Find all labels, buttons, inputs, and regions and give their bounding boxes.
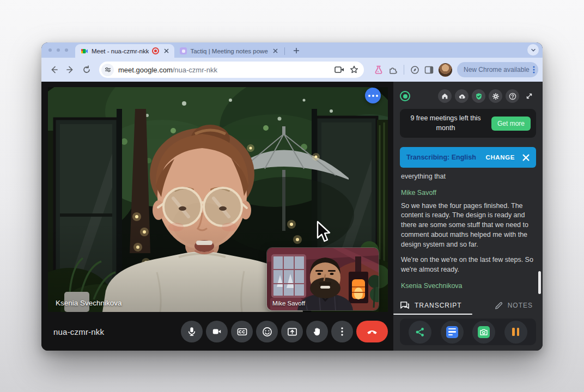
- tab-separator: [284, 47, 285, 55]
- sidebar-tab-bar: TRANSCRIPT NOTES: [400, 296, 536, 315]
- main-video-tile[interactable]: Ksenia Svechnikova: [48, 87, 388, 312]
- tab-search-chevron-icon[interactable]: [527, 44, 539, 56]
- tab-notes-label: NOTES: [508, 302, 533, 309]
- open-doc-button[interactable]: [441, 321, 464, 344]
- chrome-update-button[interactable]: New Chrome available: [457, 62, 538, 77]
- participant-name-label: Mike Savoff: [272, 300, 305, 307]
- tab-title: Tactiq | Meeting notes powe: [190, 48, 268, 54]
- close-tab-icon[interactable]: [271, 47, 279, 55]
- screenshot-button[interactable]: [472, 321, 495, 344]
- transcript-list[interactable]: everything that Mike Savoff So we have t…: [400, 168, 536, 296]
- pause-icon: [512, 328, 519, 336]
- tactiq-favicon: [180, 47, 187, 54]
- journeys-icon[interactable]: [410, 65, 419, 75]
- browser-toolbar: meet.google.com/nua-czmr-nkk New Chrome …: [41, 58, 543, 82]
- end-call-button[interactable]: [356, 321, 388, 342]
- tab-tactiq[interactable]: Tactiq | Meeting notes powe: [174, 44, 283, 58]
- url-domain: meet.google.com: [118, 66, 173, 74]
- tactiq-extension-icon[interactable]: [374, 65, 384, 75]
- transcript-speaker: Mike Savoff: [401, 189, 535, 197]
- transcript-line: We're on the we're on the last few steps…: [401, 255, 535, 275]
- free-meetings-card: 9 free meetings left this month Get more: [400, 109, 536, 138]
- privacy-shield-button[interactable]: [472, 89, 485, 103]
- pip-video-tile[interactable]: Mike Savoff: [267, 248, 379, 310]
- tactiq-logo-icon: [400, 91, 410, 101]
- transcribing-status-label: Transcribing: English: [406, 154, 480, 161]
- url-path: /nua-czmr-nkk: [173, 66, 217, 74]
- recording-indicator-icon: [152, 47, 159, 54]
- captions-button[interactable]: [231, 321, 253, 342]
- extensions-puzzle-icon[interactable]: [388, 65, 398, 75]
- free-meetings-label: 9 free meetings left this month: [405, 114, 486, 133]
- sidebar-action-bar: [400, 318, 536, 345]
- chat-bubble-button[interactable]: [365, 88, 381, 103]
- tab-transcript-label: TRANSCRIPT: [415, 302, 462, 309]
- back-button[interactable]: [47, 63, 61, 77]
- help-button[interactable]: [506, 89, 519, 103]
- camera-icon: [478, 326, 490, 338]
- google-docs-icon: [446, 326, 458, 338]
- profile-avatar[interactable]: [439, 63, 452, 77]
- url-text: meet.google.com/nua-czmr-nkk: [118, 66, 330, 74]
- side-panel-icon[interactable]: [424, 65, 434, 75]
- meet-control-bar: nua-czmr-nkk: [41, 313, 393, 351]
- reload-button[interactable]: [80, 63, 94, 77]
- pause-transcription-button[interactable]: [504, 321, 527, 344]
- raise-hand-button[interactable]: [306, 321, 328, 342]
- microphone-button[interactable]: [181, 321, 203, 342]
- share-button[interactable]: [409, 321, 431, 344]
- tab-strip: Meet - nua-czmr-nkk Tactiq | Meeting not…: [41, 42, 543, 58]
- sidebar-scrollbar[interactable]: [538, 271, 541, 294]
- active-tab-underline: [393, 314, 472, 315]
- transcript-line: everything that: [401, 172, 535, 182]
- tab-transcript[interactable]: TRANSCRIPT: [400, 301, 462, 310]
- mouse-cursor: [315, 220, 332, 244]
- camera-in-use-icon[interactable]: [334, 66, 344, 74]
- participant-name-label: Ksenia Svechnikova: [56, 299, 122, 307]
- notes-pencil-icon: [495, 302, 503, 310]
- bookmark-star-icon[interactable]: [350, 65, 358, 74]
- reactions-button[interactable]: [256, 321, 278, 342]
- site-settings-icon[interactable]: [101, 64, 114, 76]
- meeting-code-label: nua-czmr-nkk: [53, 327, 104, 336]
- transcript-speaker: Ksenia Svechnikova: [401, 282, 535, 290]
- cloud-upload-button[interactable]: [455, 89, 469, 103]
- change-language-button[interactable]: CHANGE: [486, 154, 515, 161]
- home-button[interactable]: [438, 89, 452, 103]
- meet-favicon: [81, 47, 88, 55]
- transcript-line: So we have the four pages finished. The …: [401, 201, 535, 250]
- tab-title: Meet - nua-czmr-nkk: [92, 48, 149, 54]
- settings-gear-button[interactable]: [489, 89, 502, 103]
- get-more-button[interactable]: Get more: [491, 117, 531, 131]
- tactiq-sidebar: 9 free meetings left this month Get more…: [393, 82, 543, 351]
- close-tab-icon[interactable]: [162, 47, 170, 55]
- browser-window: Meet - nua-czmr-nkk Tactiq | Meeting not…: [41, 42, 543, 351]
- url-bar[interactable]: meet.google.com/nua-czmr-nkk: [99, 62, 364, 78]
- chrome-update-label: New Chrome available: [464, 66, 530, 74]
- expand-panel-button[interactable]: [522, 89, 536, 103]
- more-options-button[interactable]: [331, 321, 353, 342]
- transcript-chat-icon: [400, 301, 410, 310]
- tab-meet[interactable]: Meet - nua-czmr-nkk: [75, 44, 174, 58]
- transcribing-banner: Transcribing: English CHANGE: [400, 147, 536, 168]
- toolbar-divider: [404, 65, 404, 75]
- tab-notes[interactable]: NOTES: [495, 302, 536, 310]
- browser-menu-dots-icon[interactable]: [533, 66, 535, 74]
- camera-button[interactable]: [206, 321, 228, 342]
- forward-button[interactable]: [63, 63, 77, 77]
- present-screen-button[interactable]: [281, 321, 303, 342]
- window-traffic-lights[interactable]: [48, 48, 68, 52]
- meet-stage: Ksenia Svechnikova: [41, 82, 393, 351]
- close-banner-icon[interactable]: [522, 154, 530, 161]
- new-tab-button[interactable]: [290, 45, 302, 57]
